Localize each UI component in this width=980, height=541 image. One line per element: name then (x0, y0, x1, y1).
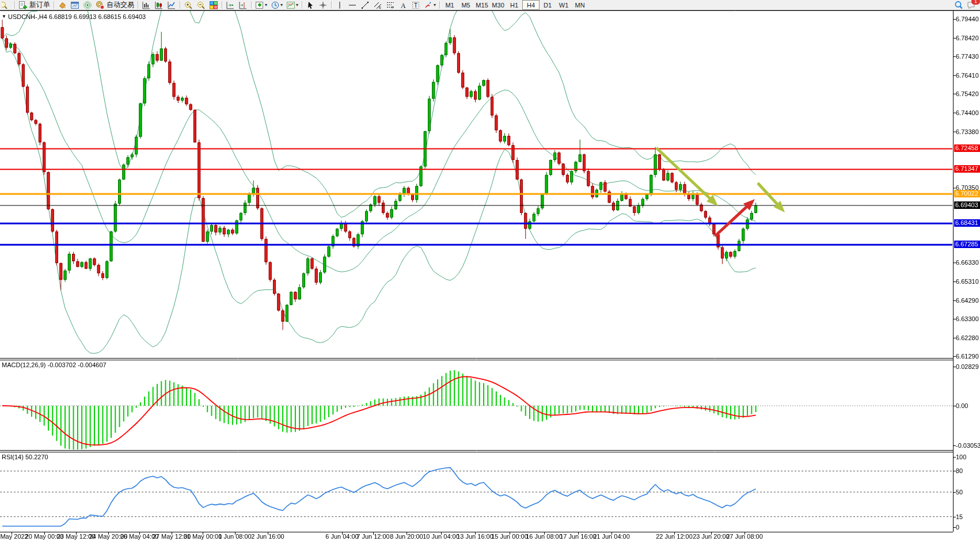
line-chart-icon (167, 1, 176, 10)
toolbar-separator (222, 1, 222, 9)
toolbar-separator (14, 1, 15, 9)
axis-label: 6.61290 (956, 353, 979, 360)
timeframe-mn-button[interactable]: MN (572, 1, 588, 9)
timeframe-m1-button[interactable]: M1 (442, 1, 458, 9)
arrows-icon (424, 1, 433, 10)
cursor-tool-button[interactable] (305, 1, 316, 10)
vline-icon (335, 1, 344, 10)
axis-label: 0 (956, 524, 959, 531)
crosshair-icon (318, 1, 328, 10)
time-axis-label: 16 Jun 08:00 (526, 533, 563, 540)
bars-chart-button[interactable] (140, 1, 152, 10)
magnifier-partial[interactable] (1, 1, 12, 10)
time-axis-label: 8 May 2022 (0, 533, 28, 540)
periods-icon (271, 1, 280, 10)
axis-label: 6.79440 (956, 16, 979, 22)
svg-text:T: T (414, 2, 417, 9)
price-tag-label: 6.69403 (954, 201, 980, 209)
axis-label: -0.030537 (956, 442, 980, 449)
magnifier-partial-icon (2, 1, 11, 10)
toolbar-separator (251, 1, 252, 9)
axis-label: 100 (956, 454, 966, 460)
chart-canvas[interactable] (0, 0, 980, 541)
time-axis-label: 15 Jun 00:00 (491, 533, 528, 540)
axis-label: 15 (956, 513, 963, 520)
time-axis-label: 22 Jun 12:00 (656, 533, 693, 540)
price-tag-label: 6.68431 (954, 219, 980, 227)
text-label-tool-button[interactable]: T (410, 1, 421, 10)
axis-label: 6.73380 (956, 128, 979, 135)
new-order-button[interactable]: 新订单 (17, 1, 51, 10)
axis-label: 6.77430 (956, 53, 979, 60)
timeframe-h4-button[interactable]: H4 (522, 0, 540, 10)
zoom-in-button[interactable] (183, 1, 194, 10)
axis-label: 50 (956, 489, 963, 496)
timeframe-d1-button[interactable]: D1 (540, 1, 556, 9)
timeframe-m5-button[interactable]: M5 (458, 1, 474, 9)
tile-windows-button[interactable] (208, 1, 219, 10)
indicators-button[interactable]: ▾ (254, 1, 268, 10)
timeframe-m30-button[interactable]: M30 (490, 1, 506, 9)
channel-icon: E (373, 1, 382, 10)
toolbar-separator (138, 1, 138, 9)
toolbar-separator (302, 1, 302, 9)
toolbar-separator (439, 1, 440, 9)
time-axis-label: 27 Jun 08:00 (726, 533, 763, 540)
equidistant-channel-tool-button[interactable]: E (372, 1, 383, 10)
indicators-add-icon (255, 1, 264, 10)
time-axis-label: 7 Jun 12:00 (356, 533, 390, 540)
chart-symbol-title: USDCNH-,H4 6.68819 6.69913 6.68615 6.694… (8, 13, 146, 20)
price-tag-label: 6.72458 (954, 144, 980, 152)
toolbar-separator (54, 1, 54, 9)
timeframe-w1-button[interactable]: W1 (556, 1, 572, 9)
price-tag-label: 6.71347 (954, 165, 980, 173)
toolbar-right: 1 (952, 0, 978, 10)
time-axis-label: 6 Jun 04:00 (325, 533, 359, 540)
chart-window-icon (70, 1, 79, 10)
axis-label: 6.63300 (956, 315, 979, 322)
arrows-tool-button[interactable]: ▾ (423, 1, 437, 10)
one-click-trading-toggle[interactable]: ▼ (2, 14, 6, 19)
axis-label: 6.75420 (956, 90, 979, 97)
crosshair-tool-button[interactable] (317, 1, 329, 10)
horizontal-line-tool-button[interactable] (347, 1, 358, 10)
cursor-icon (306, 1, 315, 10)
axis-label: 6.65310 (956, 278, 979, 285)
auto-scroll-icon (226, 1, 235, 10)
timeframe-m15-button[interactable]: M15 (474, 1, 490, 9)
axis-label: 6.76410 (956, 72, 979, 79)
zoom-in-icon (184, 1, 193, 10)
periods-button[interactable]: ▾ (269, 1, 284, 10)
text-tool-button[interactable]: A (397, 1, 409, 10)
autotrade-button[interactable]: 自动交易 (94, 1, 135, 10)
new-order-button-label: 新订单 (29, 0, 50, 10)
time-axis-label: 2 Jun 16:00 (251, 533, 284, 540)
mt4-window: { "toolbar": { "groups": [ {"items":[{"i… (0, 0, 980, 541)
time-axis-label: 23 Jun 20:00 (693, 533, 730, 540)
toolbar-separator (331, 1, 332, 9)
zoom-out-button[interactable] (195, 1, 207, 10)
template-icon (286, 1, 295, 10)
auto-scroll-button[interactable] (225, 1, 236, 10)
chevron-down-icon: ▾ (434, 2, 436, 7)
axis-label: 0.00 (956, 402, 968, 409)
vertical-line-tool-button[interactable] (334, 1, 345, 10)
line-chart-button[interactable] (166, 1, 177, 10)
timeframe-h1-button[interactable]: H1 (506, 1, 522, 9)
trendline-tool-button[interactable] (359, 1, 371, 10)
chart-shift-button[interactable] (237, 1, 249, 10)
axis-label: 0.02829 (956, 363, 979, 370)
candle-chart-icon (154, 1, 164, 10)
styles-bucket-icon (58, 1, 67, 10)
candlestick-chart-button[interactable] (153, 1, 165, 10)
search-button[interactable] (953, 1, 964, 10)
fibonacci-tool-button[interactable]: F (385, 1, 396, 10)
new-chart-button[interactable] (69, 1, 81, 10)
svg-text:A: A (401, 1, 406, 9)
notifications-button[interactable]: 1 (966, 1, 977, 10)
signals-button[interactable] (82, 1, 93, 10)
templates-button[interactable]: ▾ (285, 1, 299, 10)
styles-bucket-button[interactable] (56, 1, 68, 10)
toolbar-separator (180, 1, 180, 9)
axis-label: 6.74400 (956, 109, 979, 116)
